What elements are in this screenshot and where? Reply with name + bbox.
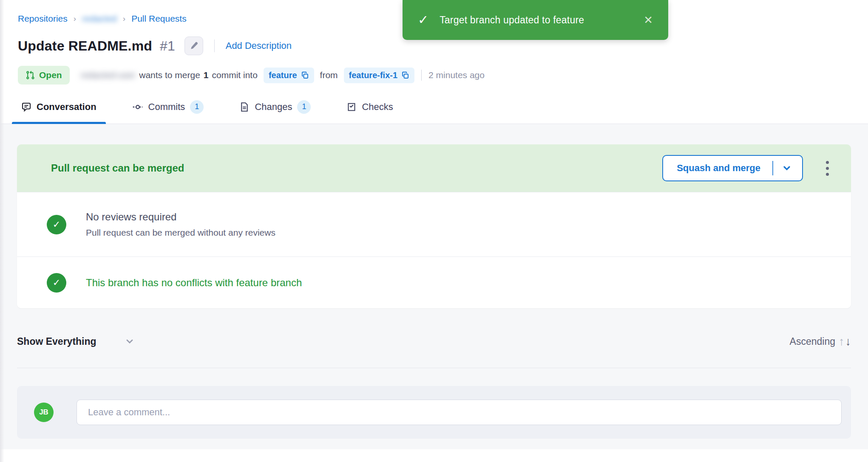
pull-request-icon <box>26 70 35 80</box>
check-title: No reviews required <box>86 211 275 223</box>
toast-message: Target branch updated to feature <box>440 14 644 26</box>
chevron-down-icon[interactable] <box>782 163 792 173</box>
pr-created-time: 2 minutes ago <box>428 70 485 80</box>
tab-label: Conversation <box>37 101 96 113</box>
squash-and-merge-button[interactable]: Squash and merge <box>662 155 803 181</box>
merge-text: wants to merge <box>139 70 200 80</box>
target-branch-name: feature <box>269 70 297 80</box>
merge-sentence: wants to merge 1 commit into feature fro… <box>139 68 417 83</box>
tab-label: Commits <box>148 101 185 113</box>
merge-banner-title: Pull request can be merged <box>51 162 662 174</box>
pr-tabbar: Conversation Commits 1 Changes 1 Checks <box>0 90 868 124</box>
status-badge-label: Open <box>39 70 62 80</box>
toast-close-icon[interactable]: ✕ <box>644 14 653 25</box>
merge-check-row: ✓ No reviews required Pull request can b… <box>17 192 851 256</box>
toast-notification: ✓ Target branch updated to feature ✕ <box>403 0 668 40</box>
comment-input[interactable] <box>77 400 842 425</box>
tab-checks[interactable]: Checks <box>337 90 402 124</box>
target-branch-chip[interactable]: feature <box>264 68 314 83</box>
check-texts: No reviews required Pull request can be … <box>86 211 275 238</box>
chevron-down-icon[interactable] <box>125 336 135 346</box>
tab-conversation[interactable]: Conversation <box>12 90 106 124</box>
merge-text: commit into <box>212 70 258 80</box>
toast-check-icon: ✓ <box>418 14 428 26</box>
pencil-icon <box>189 41 199 51</box>
tab-changes[interactable]: Changes 1 <box>230 90 320 124</box>
copy-icon[interactable] <box>401 71 409 79</box>
breadcrumb-repositories[interactable]: Repositories <box>18 14 68 24</box>
time-divider <box>421 70 422 81</box>
check-circle-icon: ✓ <box>47 215 66 234</box>
commits-count-badge: 1 <box>190 100 204 114</box>
merge-status-card: Pull request can be merged Squash and me… <box>17 144 851 308</box>
tab-label: Changes <box>255 101 292 113</box>
document-icon <box>239 102 250 112</box>
source-branch-name: feature-fix-1 <box>349 70 397 80</box>
squash-button-label: Squash and merge <box>677 163 760 174</box>
merge-check-row: ✓ This branch has no conflicts with feat… <box>17 256 851 308</box>
pull-request-page: ✓ Target branch updated to feature ✕ Rep… <box>0 0 868 462</box>
sort-order-toggle[interactable]: Ascending ↑ ↓ <box>790 335 851 348</box>
filter-bar: Show Everything Ascending ↑ ↓ <box>17 332 851 351</box>
sort-arrow-down-icon: ↓ <box>845 335 851 348</box>
checklist-icon <box>346 102 357 112</box>
sort-arrow-up-icon: ↑ <box>839 335 845 348</box>
sort-order-label: Ascending <box>790 336 835 347</box>
show-filter-dropdown[interactable]: Show Everything <box>17 336 96 347</box>
changes-count-badge: 1 <box>297 100 311 114</box>
commit-icon <box>132 101 143 113</box>
status-row: Open redacted-user wants to merge 1 comm… <box>18 65 851 85</box>
avatar: JB <box>34 403 54 422</box>
add-description-link[interactable]: Add Description <box>226 40 292 51</box>
page-title: Update README.md <box>18 38 152 54</box>
pr-number: #1 <box>160 38 175 54</box>
title-divider <box>214 39 215 52</box>
tab-commits[interactable]: Commits 1 <box>123 90 213 124</box>
from-label: from <box>320 70 338 80</box>
commit-count: 1 <box>204 70 209 80</box>
check-title: This branch has no conflicts with featur… <box>86 277 302 289</box>
source-branch-chip[interactable]: feature-fix-1 <box>344 68 414 83</box>
check-subtitle: Pull request can be merged without any r… <box>86 228 275 238</box>
edit-title-button[interactable] <box>184 37 203 55</box>
section-divider <box>17 368 851 368</box>
merge-banner: Pull request can be merged Squash and me… <box>17 144 851 192</box>
conversation-icon <box>21 102 31 112</box>
tab-label: Checks <box>362 101 393 113</box>
breadcrumb-pull-requests[interactable]: Pull Requests <box>131 14 187 24</box>
left-edge-shadow <box>0 0 4 462</box>
pr-author-redacted: redacted-user <box>81 70 136 80</box>
check-circle-icon: ✓ <box>47 273 66 293</box>
breadcrumb-separator: › <box>123 14 125 23</box>
more-options-kebab-icon[interactable] <box>823 158 832 179</box>
comment-composer: JB <box>17 386 851 439</box>
breadcrumb-repo-name-redacted[interactable]: redacted <box>82 14 117 24</box>
button-divider <box>772 161 773 175</box>
copy-icon[interactable] <box>301 71 309 79</box>
status-badge: Open <box>18 66 70 85</box>
breadcrumb-separator: › <box>74 14 76 23</box>
pr-content: Pull request can be merged Squash and me… <box>0 124 868 449</box>
